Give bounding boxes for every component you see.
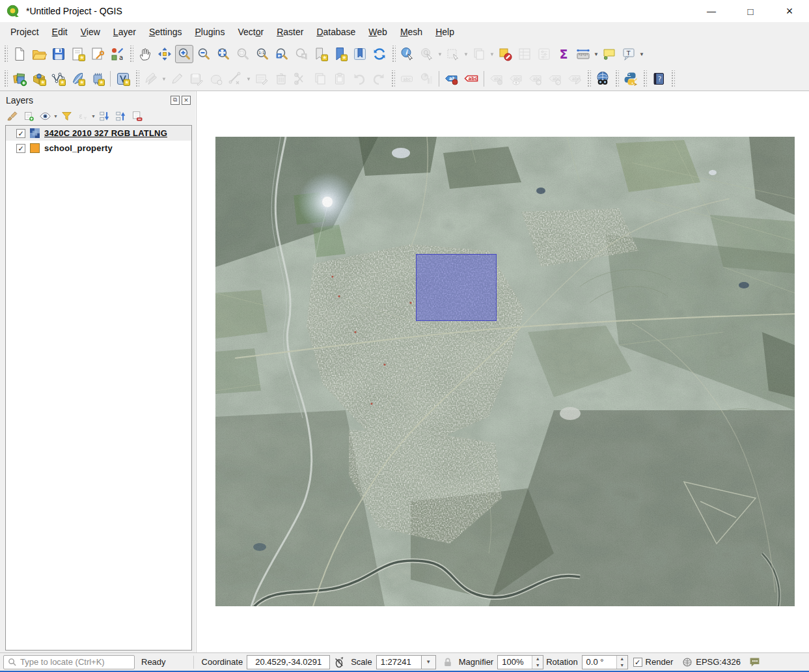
menu-view[interactable]: View [74, 24, 107, 40]
copy-features-button[interactable] [311, 70, 329, 88]
move-label-and-diagram-button[interactable]: abc [527, 70, 545, 88]
menu-web[interactable]: Web [362, 24, 394, 40]
show-statistical-summary-button[interactable]: Σ [555, 45, 573, 63]
help-contents-button[interactable]: ? [650, 70, 668, 88]
deselect-features-from-all-layers-button[interactable] [496, 45, 514, 63]
text-annotation-button[interactable]: T [620, 45, 638, 63]
zoom-in-button[interactable] [175, 45, 193, 63]
zoom-full-extent-button[interactable] [214, 45, 232, 63]
toolbar-grip[interactable] [3, 46, 8, 63]
current-edits-button[interactable] [142, 70, 160, 88]
menu-help[interactable]: Help [429, 24, 461, 40]
menu-raster[interactable]: Raster [270, 24, 310, 40]
zoom-to-selection-button[interactable] [234, 45, 252, 63]
toolbar-grip[interactable] [129, 46, 133, 63]
rotation-spinbox[interactable]: 0.0 ° ▲▼ [582, 655, 628, 669]
save-project-button[interactable] [49, 45, 68, 63]
new-shapefile-layer-button[interactable] [49, 70, 68, 88]
layer-labeling-options-button[interactable]: abc [398, 70, 416, 88]
new-print-layout-button[interactable] [69, 45, 87, 63]
map-canvas[interactable] [196, 91, 809, 652]
toolbar-grip[interactable] [642, 70, 647, 87]
scale-dropdown-icon[interactable]: ▼ [422, 655, 436, 669]
new-spatialite-layer-button[interactable] [69, 70, 87, 88]
open-data-source-manager-button[interactable] [10, 70, 29, 88]
render-checkbox[interactable]: ✓ [633, 658, 642, 667]
toolbar-grip[interactable] [3, 70, 8, 87]
toggle-extents-mouse-icon[interactable] [333, 656, 345, 668]
add-feature-button[interactable] [207, 70, 225, 88]
select-features-button[interactable] [444, 45, 462, 63]
maximize-button[interactable]: □ [731, 0, 770, 22]
python-console-button[interactable] [622, 70, 640, 88]
redo-button[interactable] [370, 70, 388, 88]
measure-line-dropdown-icon[interactable]: ▼ [593, 45, 599, 63]
remove-layer-group-button[interactable] [129, 108, 145, 124]
select-features-dropdown-icon[interactable]: ▼ [463, 45, 469, 63]
messages-icon[interactable] [748, 656, 761, 668]
filter-legend-by-expression-button[interactable]: ε [75, 108, 91, 124]
vertex-tool-dropdown-icon[interactable]: ▼ [245, 70, 252, 88]
manage-map-themes-dropdown-icon[interactable]: ▼ [53, 114, 59, 119]
locate-search-input[interactable]: Type to locate (Ctrl+K) [3, 655, 135, 669]
menu-database[interactable]: Database [310, 24, 362, 40]
rotation-value[interactable]: 0.0 ° [583, 656, 616, 669]
show-hide-labels-and-diagrams-button[interactable]: abc [507, 70, 525, 88]
scale-value[interactable]: 1:27241 [376, 655, 422, 669]
vertex-tool-button[interactable] [226, 70, 245, 88]
layer-row-school-property[interactable]: ✓school_property [6, 141, 191, 156]
zoom-to-native-resolution-button[interactable]: 1:1 [253, 45, 271, 63]
magnifier-spinbox[interactable]: 100% ▲▼ [497, 655, 543, 669]
add-group-button[interactable] [21, 108, 37, 124]
toolbar-grip[interactable] [391, 46, 396, 63]
menu-mesh[interactable]: Mesh [394, 24, 429, 40]
close-button[interactable]: × [770, 0, 809, 22]
identify-features-button[interactable]: i [398, 45, 417, 63]
show-spatial-bookmarks-button[interactable] [331, 45, 350, 63]
show-bookmark-manager-button[interactable] [351, 45, 369, 63]
save-layer-edits-button[interactable] [187, 70, 206, 88]
open-field-calculator-button[interactable] [535, 45, 553, 63]
change-label-properties-button[interactable]: abc [566, 70, 584, 88]
manage-map-themes-button[interactable] [37, 108, 53, 124]
menu-settings[interactable]: Settings [143, 24, 189, 40]
new-temporary-scratch-layer-button[interactable] [89, 70, 107, 88]
show-hidden-labels-and-diagrams-button[interactable]: abc [462, 70, 480, 88]
menu-layer[interactable]: Layer [107, 24, 143, 40]
minimize-button[interactable]: — [692, 0, 731, 22]
menu-vector[interactable]: Vector [231, 24, 270, 40]
toggle-editing-button[interactable] [168, 70, 186, 88]
show-layout-manager-button[interactable] [89, 45, 107, 63]
filter-legend-button[interactable] [59, 108, 75, 124]
toolbar-grip[interactable] [135, 70, 139, 87]
layer-name[interactable]: school_property [44, 143, 113, 153]
select-features-by-value-dropdown-icon[interactable]: ▼ [489, 45, 495, 63]
pin-unpin-labels-and-diagrams-button[interactable]: abc [487, 70, 506, 88]
panel-close-button[interactable]: ✕ [182, 96, 191, 105]
lock-scale-icon[interactable] [443, 657, 453, 667]
menu-project[interactable]: Project [4, 24, 46, 40]
layer-diagram-options-button[interactable] [417, 70, 435, 88]
panel-float-button[interactable]: ⧉ [171, 96, 180, 105]
undo-button[interactable] [350, 70, 368, 88]
open-attribute-table-button[interactable] [515, 45, 534, 63]
new-virtual-layer-button[interactable] [114, 70, 132, 88]
menu-plugins[interactable]: Plugins [188, 24, 231, 40]
select-features-by-value-button[interactable] [470, 45, 488, 63]
filter-legend-by-expression-dropdown-icon[interactable]: ▼ [91, 114, 96, 119]
run-feature-action-button[interactable]: Q [418, 45, 436, 63]
expand-all-button[interactable] [96, 108, 113, 124]
new-project-button[interactable] [10, 45, 29, 63]
open-project-button[interactable] [30, 45, 48, 63]
pan-map-to-selection-button[interactable] [156, 45, 174, 63]
toolbar-grip[interactable] [391, 70, 395, 87]
crs-status[interactable]: EPSG:4326 [682, 657, 741, 667]
collapse-all-button[interactable] [113, 108, 129, 124]
highlight-pinned-labels-and-diagrams-button[interactable]: ab [443, 70, 461, 88]
run-feature-action-dropdown-icon[interactable]: ▼ [437, 45, 443, 63]
layer-visibility-checkbox[interactable]: ✓ [16, 129, 25, 138]
metasearch-button[interactable] [594, 70, 612, 88]
text-annotation-dropdown-icon[interactable]: ▼ [638, 45, 645, 63]
menu-edit[interactable]: Edit [46, 24, 74, 40]
toolbar-grip[interactable] [586, 70, 591, 87]
